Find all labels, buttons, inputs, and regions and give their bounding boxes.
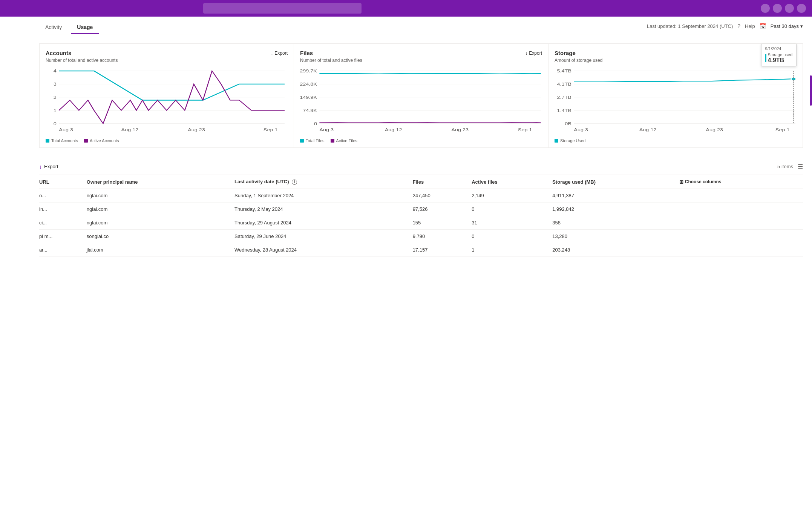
cell-storage: 203,248 (552, 243, 679, 257)
sidebar (0, 17, 30, 505)
accounts-chart-svg: 4 3 2 1 0 (46, 68, 288, 135)
files-legend-active: Active Files (331, 138, 357, 143)
cell-last-activity: Saturday, 29 June 2024 (234, 230, 413, 243)
col-storage[interactable]: Storage used (MB) (552, 175, 679, 189)
top-bar (0, 0, 812, 17)
accounts-export-button[interactable]: ↓ Export (271, 51, 288, 56)
cell-files: 247,450 (413, 189, 472, 203)
storage-chart-panel: Storage ↓ Export Amount of storage used … (548, 43, 803, 148)
scrollbar[interactable] (810, 75, 812, 106)
svg-text:Aug 12: Aug 12 (121, 128, 139, 132)
cell-empty (679, 203, 803, 216)
last-updated-text: Last updated: 1 September 2024 (UTC) (647, 23, 733, 29)
calendar-icon: 📅 (760, 23, 766, 29)
cell-active-files: 31 (472, 216, 552, 230)
active-files-legend-label: Active Files (336, 138, 357, 143)
main-content: Activity Usage Last updated: 1 September… (30, 17, 812, 505)
data-table: URL Owner principal name Last activity d… (39, 175, 803, 257)
svg-text:1: 1 (54, 109, 57, 113)
cell-storage: 1,992,842 (552, 203, 679, 216)
table-export-button[interactable]: ↓ Export (39, 164, 58, 170)
storage-legend-used: Storage Used (555, 138, 585, 143)
tab-usage[interactable]: Usage (71, 21, 99, 34)
table-toolbar-right: 5 items ☰ (777, 163, 803, 170)
table-row: ci... nglai.com Thursday, 29 August 2024… (39, 216, 803, 230)
tabs-left: Activity Usage (39, 21, 99, 34)
svg-text:Sep 1: Sep 1 (264, 128, 278, 132)
accounts-legend-active: Active Accounts (84, 138, 119, 143)
svg-text:4: 4 (54, 69, 57, 74)
svg-text:149.9K: 149.9K (300, 95, 317, 100)
cell-empty (679, 243, 803, 257)
col-choose-columns[interactable]: ⊞ Choose columns (679, 175, 803, 189)
tooltip-label: Storage used (768, 52, 792, 57)
icon-2 (773, 4, 782, 13)
storage-chart-header: Storage ↓ Export (555, 50, 797, 56)
accounts-chart-svg-container: 4 3 2 1 0 (46, 68, 288, 135)
download-icon-table: ↓ (39, 164, 42, 170)
col-url-label: URL (39, 179, 49, 185)
storage-chart-tooltip: 9/1/2024 Storage used 4.9TB (761, 44, 797, 66)
svg-text:Aug 23: Aug 23 (188, 128, 205, 132)
storage-chart-svg-container: 5.4TB 4.1TB 2.7TB 1.4TB 0B (555, 68, 797, 135)
col-active-files[interactable]: Active files (472, 175, 552, 189)
cell-active-files: 1 (472, 243, 552, 257)
svg-text:Aug 3: Aug 3 (59, 128, 73, 132)
table-row: in... nglai.com Thursday, 2 May 2024 97,… (39, 203, 803, 216)
table-toolbar: ↓ Export 5 items ☰ (39, 160, 803, 175)
tooltip-value: 4.9TB (768, 57, 792, 64)
accounts-chart-legend: Total Accounts Active Accounts (46, 138, 288, 143)
cell-files: 9,790 (413, 230, 472, 243)
col-owner[interactable]: Owner principal name (87, 175, 234, 189)
last-activity-info-icon[interactable]: i (292, 180, 297, 185)
files-export-label: Export (529, 51, 542, 56)
cell-active-files: 0 (472, 230, 552, 243)
files-export-button[interactable]: ↓ Export (525, 51, 542, 56)
table-header-row: URL Owner principal name Last activity d… (39, 175, 803, 189)
cell-empty (679, 216, 803, 230)
files-chart-svg-container: 299.7K 224.8K 149.9K 74.9K 0 (300, 68, 542, 135)
storage-used-legend-color (555, 139, 558, 143)
cell-active-files: 2,149 (472, 189, 552, 203)
active-accounts-legend-label: Active Accounts (90, 138, 119, 143)
files-legend-total: Total Files (300, 138, 325, 143)
download-icon: ↓ (271, 51, 273, 56)
col-last-activity[interactable]: Last activity date (UTC) i (234, 175, 413, 189)
period-button[interactable]: Past 30 days ▾ (771, 23, 803, 29)
svg-text:1.4TB: 1.4TB (557, 109, 571, 113)
top-bar-icons (761, 4, 806, 13)
chevron-down-icon: ▾ (800, 23, 803, 29)
choose-columns-button[interactable]: ⊞ Choose columns (679, 179, 798, 185)
accounts-chart-panel: Accounts ↓ Export Number of total and ac… (39, 43, 294, 148)
total-files-legend-label: Total Files (306, 138, 325, 143)
col-files-label: Files (413, 179, 424, 185)
cell-storage: 13,280 (552, 230, 679, 243)
col-files[interactable]: Files (413, 175, 472, 189)
svg-text:2: 2 (54, 95, 57, 100)
table-row: o... nglai.com Sunday, 1 September 2024 … (39, 189, 803, 203)
help-label[interactable]: Help (745, 23, 755, 29)
cell-last-activity: Thursday, 2 May 2024 (234, 203, 413, 216)
svg-text:299.7K: 299.7K (300, 69, 317, 74)
cell-active-files: 0 (472, 203, 552, 216)
tab-activity[interactable]: Activity (39, 21, 68, 34)
col-url[interactable]: URL (39, 175, 87, 189)
accounts-chart-title: Accounts (46, 50, 71, 56)
table-section: ↓ Export 5 items ☰ URL Owner principal n… (39, 160, 803, 257)
table-body: o... nglai.com Sunday, 1 September 2024 … (39, 189, 803, 257)
tabs-right: Last updated: 1 September 2024 (UTC) ? H… (647, 23, 803, 32)
svg-text:0: 0 (54, 122, 57, 126)
icon-1 (761, 4, 770, 13)
files-chart-svg: 299.7K 224.8K 149.9K 74.9K 0 (300, 68, 542, 135)
col-active-files-label: Active files (472, 179, 498, 185)
total-accounts-legend-color (46, 139, 49, 143)
icon-4 (797, 4, 806, 13)
col-last-activity-label: Last activity date (UTC) (234, 179, 289, 184)
search-bar[interactable] (203, 3, 362, 14)
columns-icon: ⊞ (679, 179, 683, 185)
icon-3 (785, 4, 794, 13)
cell-owner: nglai.com (87, 216, 234, 230)
tooltip-date: 9/1/2024 (765, 46, 792, 51)
filter-icon[interactable]: ☰ (798, 163, 803, 170)
total-accounts-legend-label: Total Accounts (51, 138, 78, 143)
